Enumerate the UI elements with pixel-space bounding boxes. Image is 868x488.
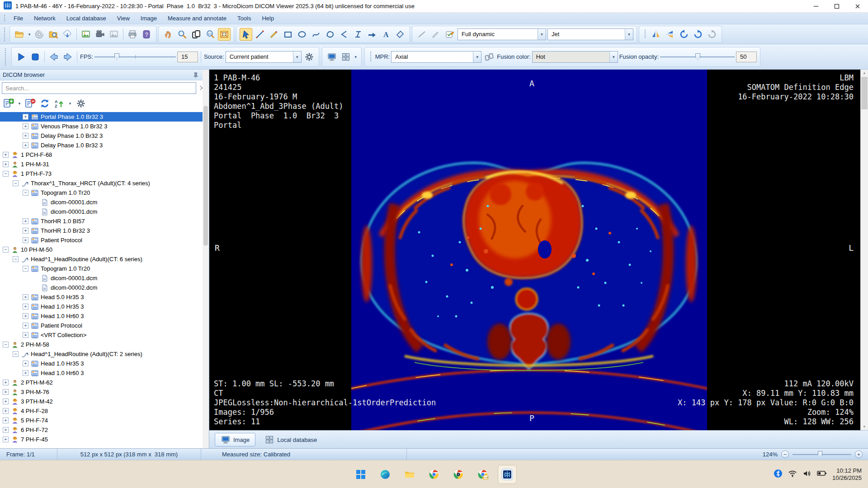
taskbar-app-explorer[interactable] bbox=[400, 465, 419, 484]
browser-settings-button[interactable] bbox=[75, 98, 87, 109]
expand-icon[interactable]: + bbox=[3, 427, 9, 433]
menu-item-help[interactable]: Help bbox=[257, 13, 279, 23]
taskbar-app-win[interactable] bbox=[351, 465, 370, 484]
previous-image-button[interactable] bbox=[47, 51, 60, 63]
expand-icon[interactable]: + bbox=[23, 361, 28, 366]
collapse-icon[interactable]: − bbox=[3, 171, 9, 177]
zoom-in-button[interactable]: + bbox=[855, 450, 863, 458]
copy-image-button[interactable] bbox=[108, 28, 120, 41]
tree-item-26[interactable]: +Head 1.0 Hr35 3 bbox=[0, 359, 209, 368]
volume-icon[interactable] bbox=[802, 469, 811, 479]
fusion-color-select[interactable]: Hot ▾ bbox=[532, 51, 618, 63]
text-tool-button[interactable]: A bbox=[380, 28, 392, 41]
menu-item-file[interactable]: File bbox=[9, 13, 28, 23]
tab-local-database[interactable]: Local database bbox=[259, 433, 322, 446]
tree-item-3[interactable]: +Delay Phase 1.0 Br32 3 bbox=[0, 141, 209, 150]
multi-window-button[interactable] bbox=[190, 28, 203, 41]
export-video-button[interactable] bbox=[94, 28, 106, 41]
sort-button[interactable]: AZ bbox=[53, 98, 65, 109]
expand-icon[interactable]: + bbox=[23, 313, 28, 319]
eraser-tool-button[interactable] bbox=[394, 28, 406, 41]
zoom-tool-button[interactable] bbox=[176, 28, 189, 41]
annotations-manager-button[interactable] bbox=[443, 28, 456, 41]
sort-dropdown-icon[interactable]: ▾ bbox=[68, 101, 72, 106]
remove-dicom-button[interactable] bbox=[24, 98, 36, 109]
link-views-button[interactable] bbox=[483, 51, 495, 63]
tree-item-33[interactable]: +6 PH-F-72 bbox=[0, 425, 209, 435]
viewport-scrollbar-thumb[interactable] bbox=[861, 77, 868, 109]
grid-layout-button[interactable] bbox=[340, 51, 352, 63]
close-button[interactable] bbox=[847, 0, 868, 13]
scan-folder-button[interactable] bbox=[47, 28, 60, 41]
expand-icon[interactable]: + bbox=[23, 142, 28, 148]
export-image-button[interactable] bbox=[80, 28, 92, 41]
fit-to-window-button[interactable] bbox=[218, 28, 231, 41]
expand-icon[interactable]: + bbox=[3, 418, 9, 423]
taskbar-app-chrome[interactable] bbox=[425, 465, 443, 484]
mpr-dropdown-icon[interactable]: ▾ bbox=[473, 52, 481, 62]
flip-horizontal-button[interactable] bbox=[650, 28, 662, 41]
expand-icon[interactable]: + bbox=[23, 114, 28, 120]
window-preset-select[interactable]: Full dynamic ▾ bbox=[458, 28, 546, 40]
window-preset-dropdown-icon[interactable]: ▾ bbox=[538, 29, 546, 40]
rectangle-tool-button[interactable] bbox=[282, 28, 294, 41]
download-button[interactable] bbox=[61, 28, 74, 41]
tree-item-28[interactable]: +2 PTH-M-62 bbox=[0, 378, 209, 387]
expand-icon[interactable]: + bbox=[3, 161, 9, 167]
tree-item-10[interactable]: 10dicom-00001.dcm bbox=[0, 207, 209, 216]
help-button[interactable]: ? bbox=[140, 28, 153, 41]
tree-item-11[interactable]: +ThorHR 1.0 BI57 bbox=[0, 216, 209, 226]
collapse-icon[interactable]: − bbox=[3, 247, 9, 253]
expand-icon[interactable]: + bbox=[3, 389, 9, 395]
tree-item-14[interactable]: −10 PH-M-50 bbox=[0, 245, 209, 254]
measure-line-button[interactable] bbox=[254, 28, 266, 41]
tree-item-20[interactable]: +Head 1.0 Hr35 3 bbox=[0, 302, 209, 311]
expand-icon[interactable]: + bbox=[23, 323, 28, 328]
collapse-icon[interactable]: − bbox=[23, 266, 28, 272]
closed-polygon-button[interactable] bbox=[324, 28, 336, 41]
open-file-button[interactable] bbox=[13, 28, 26, 41]
pan-tool-button[interactable] bbox=[162, 28, 175, 41]
tree-item-0[interactable]: +Portal Phase 1.0 Br32 3 bbox=[0, 112, 209, 122]
ellipse-tool-button[interactable] bbox=[296, 28, 308, 41]
tree-item-17[interactable]: 10dicom-00001.dcm bbox=[0, 273, 209, 283]
pointer-tool-button[interactable] bbox=[240, 28, 252, 41]
play-button[interactable] bbox=[15, 51, 28, 63]
scout-line-button[interactable] bbox=[415, 28, 428, 41]
flip-vertical-button[interactable] bbox=[664, 28, 676, 41]
tree-item-5[interactable]: +1 PH-M-31 bbox=[0, 160, 209, 169]
expand-icon[interactable]: + bbox=[23, 228, 28, 234]
tree-item-4[interactable]: +1 PCH-F-68 bbox=[0, 150, 209, 160]
collapse-icon[interactable]: − bbox=[13, 351, 19, 357]
sidebar-scrollbar-thumb[interactable] bbox=[203, 106, 208, 246]
fusion-opacity-slider-thumb[interactable] bbox=[695, 53, 700, 61]
minimize-button[interactable] bbox=[806, 0, 826, 13]
tree-item-18[interactable]: 10dicom-00002.dcm bbox=[0, 283, 209, 292]
viewport-scrollbar[interactable]: ▲ ▼ bbox=[860, 70, 868, 430]
rotate-right-button[interactable] bbox=[692, 28, 704, 41]
cobb-angle-button[interactable] bbox=[352, 28, 364, 41]
expand-icon[interactable]: + bbox=[3, 408, 9, 414]
add-dicom-dropdown-icon[interactable]: ▾ bbox=[17, 101, 22, 106]
source-select[interactable]: Current patient ▾ bbox=[226, 51, 302, 63]
menu-item-tools[interactable]: Tools bbox=[232, 13, 256, 23]
expand-icon[interactable]: + bbox=[23, 294, 28, 300]
source-dropdown-icon[interactable]: ▾ bbox=[293, 52, 301, 62]
expand-icon[interactable]: + bbox=[23, 332, 28, 338]
tree-item-16[interactable]: −Topogram 1.0 Tr20 bbox=[0, 264, 209, 273]
zoom-slider-thumb[interactable] bbox=[818, 451, 822, 458]
scroll-down-icon[interactable]: ▼ bbox=[861, 423, 868, 430]
tree-item-21[interactable]: +Head 1.0 Hr60 3 bbox=[0, 311, 209, 321]
image-viewport[interactable]: 1 PAB-M-4624142516-February-1976 MAbdome… bbox=[209, 70, 868, 430]
print-button[interactable] bbox=[126, 28, 139, 41]
battery-icon[interactable] bbox=[817, 469, 827, 480]
open-cd-button[interactable] bbox=[33, 28, 46, 41]
pin-icon[interactable] bbox=[193, 72, 199, 78]
collapse-icon[interactable]: − bbox=[13, 180, 19, 186]
maximize-button[interactable] bbox=[826, 0, 847, 13]
tree-item-24[interactable]: −2 PH-M-58 bbox=[0, 340, 209, 349]
fusion-opacity-slider[interactable] bbox=[660, 52, 735, 61]
mpr-select[interactable]: Axial ▾ bbox=[391, 51, 481, 63]
open-file-dropdown-icon[interactable]: ▾ bbox=[27, 32, 32, 37]
expand-icon[interactable]: + bbox=[23, 237, 28, 243]
